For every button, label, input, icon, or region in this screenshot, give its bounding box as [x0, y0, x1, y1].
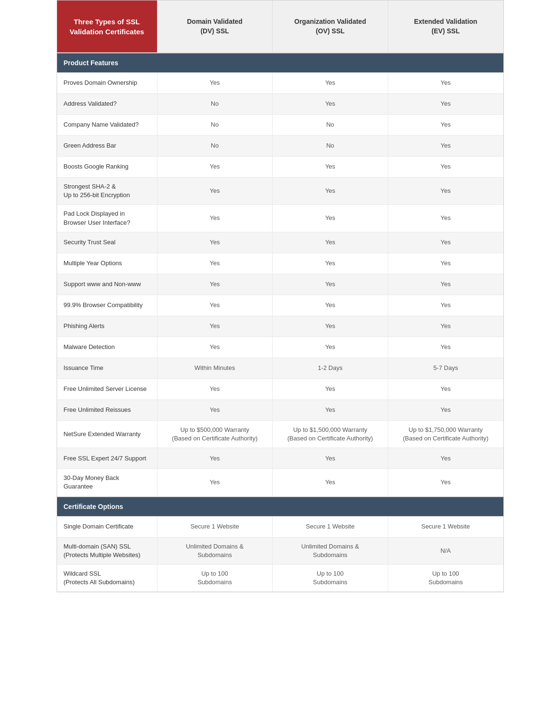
table-row: Company Name Validated?NoNoYes: [57, 115, 503, 136]
row-value-ev: N/A: [388, 538, 503, 564]
header-ev: Extended Validation (EV) SSL: [388, 0, 503, 53]
row-value-ov: Yes: [272, 274, 388, 295]
row-value-ov: Yes: [272, 232, 388, 253]
row-label: Wildcard SSL (Protects All Subdomains): [57, 565, 157, 591]
header-ov: Organization Validated (OV) SSL: [272, 0, 388, 53]
row-value-ev: Yes: [388, 178, 503, 204]
table-row: Free Unlimited ReissuesYesYesYes: [57, 400, 503, 421]
table-row: Strongest SHA-2 & Up to 256-bit Encrypti…: [57, 178, 503, 205]
row-value-ev: Yes: [388, 274, 503, 295]
table-row: Single Domain CertificateSecure 1 Websit…: [57, 517, 503, 538]
row-value-dv: Yes: [157, 274, 273, 295]
row-value-dv: Yes: [157, 253, 273, 274]
row-value-dv: Yes: [157, 205, 273, 231]
row-value-ov: No: [272, 136, 388, 156]
row-value-dv: Yes: [157, 400, 273, 420]
row-value-ev: Yes: [388, 94, 503, 114]
row-value-dv: Yes: [157, 469, 273, 496]
table-header: Three Types of SSL Validation Certificat…: [57, 0, 503, 53]
row-label: Single Domain Certificate: [57, 517, 157, 537]
table-row: Malware DetectionYesYesYes: [57, 337, 503, 358]
ov-label: Organization Validated (OV) SSL: [295, 17, 366, 36]
table-row: Support www and Non-wwwYesYesYes: [57, 274, 503, 295]
row-value-dv: Secure 1 Website: [157, 517, 273, 537]
table-row: Security Trust SealYesYesYes: [57, 232, 503, 253]
row-value-ev: Yes: [388, 253, 503, 274]
row-value-ev: Yes: [388, 295, 503, 316]
ev-label: Extended Validation (EV) SSL: [414, 17, 477, 36]
row-value-ev: Secure 1 Website: [388, 517, 503, 537]
row-value-dv: Within Minutes: [157, 358, 273, 379]
row-value-dv: Up to $500,000 Warranty (Based on Certif…: [157, 421, 273, 448]
row-value-ov: Yes: [272, 94, 388, 114]
row-value-ov: Yes: [272, 178, 388, 204]
table-row: Wildcard SSL (Protects All Subdomains)Up…: [57, 565, 503, 592]
title-text: Three Types of SSL Validation Certificat…: [62, 17, 152, 37]
row-value-ev: Yes: [388, 157, 503, 177]
row-label: Green Address Bar: [57, 136, 157, 156]
row-value-ev: Up to $1,750,000 Warranty (Based on Cert…: [388, 421, 503, 448]
row-value-ov: Secure 1 Website: [272, 517, 388, 537]
row-value-ev: Yes: [388, 73, 503, 93]
row-value-ov: Yes: [272, 205, 388, 231]
row-value-dv: Yes: [157, 448, 273, 469]
row-label: Address Validated?: [57, 94, 157, 114]
row-label: Malware Detection: [57, 337, 157, 358]
row-label: Company Name Validated?: [57, 115, 157, 135]
row-value-dv: No: [157, 94, 273, 114]
row-value-ev: Yes: [388, 400, 503, 420]
table-row: Free SSL Expert 24/7 SupportYesYesYes: [57, 448, 503, 469]
table-row: NetSure Extended WarrantyUp to $500,000 …: [57, 421, 503, 448]
row-value-ov: Yes: [272, 337, 388, 358]
row-label: Boosts Google Ranking: [57, 157, 157, 177]
row-label: Support www and Non-www: [57, 274, 157, 295]
table-row: Green Address BarNoNoYes: [57, 136, 503, 157]
table-row: 30-Day Money Back GuaranteeYesYesYes: [57, 469, 503, 496]
table-row: Issuance TimeWithin Minutes1-2 Days5-7 D…: [57, 358, 503, 379]
section-header-1: Certificate Options: [57, 497, 503, 517]
row-value-dv: Unlimited Domains & Subdomains: [157, 538, 273, 564]
row-label: Issuance Time: [57, 358, 157, 379]
section-title-1: Certificate Options: [64, 502, 497, 511]
header-dv: Domain Validated (DV) SSL: [157, 0, 273, 53]
row-value-ov: Yes: [272, 469, 388, 496]
row-value-ev: Yes: [388, 232, 503, 253]
table-row: Phishing AlertsYesYesYes: [57, 316, 503, 337]
row-value-dv: Yes: [157, 316, 273, 337]
row-value-ov: Yes: [272, 253, 388, 274]
row-value-ev: Yes: [388, 205, 503, 231]
row-label: Multi-domain (SAN) SSL (Protects Multipl…: [57, 538, 157, 564]
row-value-ov: Yes: [272, 295, 388, 316]
table-row: Address Validated?NoYesYes: [57, 94, 503, 115]
row-label: Free Unlimited Server License: [57, 379, 157, 399]
row-value-ov: Yes: [272, 448, 388, 469]
row-label: Security Trust Seal: [57, 232, 157, 253]
row-label: 30-Day Money Back Guarantee: [57, 469, 157, 496]
row-label: Phishing Alerts: [57, 316, 157, 337]
row-value-dv: Yes: [157, 379, 273, 399]
dv-label: Domain Validated (DV) SSL: [187, 17, 243, 36]
row-label: Strongest SHA-2 & Up to 256-bit Encrypti…: [57, 178, 157, 204]
row-value-ev: Yes: [388, 379, 503, 399]
row-value-ev: 5-7 Days: [388, 358, 503, 379]
row-value-ev: Yes: [388, 337, 503, 358]
row-label: NetSure Extended Warranty: [57, 421, 157, 448]
row-label: 99.9% Browser Compatibility: [57, 295, 157, 316]
table-row: Free Unlimited Server LicenseYesYesYes: [57, 379, 503, 400]
row-label: Free SSL Expert 24/7 Support: [57, 448, 157, 469]
table-row: Multiple Year OptionsYesYesYes: [57, 253, 503, 274]
row-value-ev: Yes: [388, 136, 503, 156]
row-value-ov: No: [272, 115, 388, 135]
row-value-ov: Yes: [272, 157, 388, 177]
row-value-ov: Up to 100 Subdomains: [272, 565, 388, 591]
row-value-dv: No: [157, 115, 273, 135]
row-value-ov: Yes: [272, 73, 388, 93]
section-header-0: Product Features: [57, 53, 503, 73]
row-value-ev: Yes: [388, 448, 503, 469]
row-value-dv: Yes: [157, 232, 273, 253]
table-row: Boosts Google RankingYesYesYes: [57, 157, 503, 178]
row-value-dv: Yes: [157, 295, 273, 316]
row-value-dv: Yes: [157, 73, 273, 93]
row-value-dv: Up to 100 Subdomains: [157, 565, 273, 591]
row-value-dv: Yes: [157, 157, 273, 177]
